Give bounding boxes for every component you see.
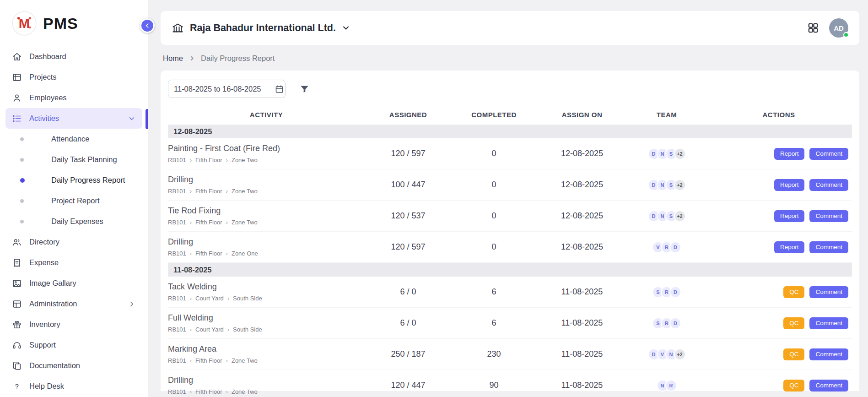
- sidebar-item-documentation[interactable]: Documentation: [5, 355, 142, 376]
- team-avatar[interactable]: D: [669, 317, 681, 329]
- team-avatar[interactable]: R: [665, 380, 677, 392]
- active-item-indicator: [146, 109, 148, 129]
- sidebar-item-label: Inventory: [29, 320, 60, 329]
- team-more-badge[interactable]: +2: [674, 210, 686, 222]
- sidebar-item-support[interactable]: Support: [5, 335, 142, 355]
- team-cell: DVN+2: [628, 348, 706, 360]
- gallery-icon: [12, 278, 22, 288]
- main-content: Raja Bahadur International Ltd. AD Home …: [148, 0, 868, 397]
- qc-button[interactable]: QC: [783, 317, 804, 329]
- sidebar-item-directory[interactable]: Directory: [5, 232, 142, 252]
- team-more-badge[interactable]: +2: [674, 179, 686, 191]
- comment-button[interactable]: Comment: [809, 286, 848, 298]
- column-header-completed: COMPLETED: [452, 111, 536, 119]
- path-separator-icon: ›: [226, 157, 228, 163]
- sidebar-item-label: Dashboard: [29, 52, 66, 61]
- qc-button[interactable]: QC: [783, 348, 804, 360]
- sidebar-item-dashboard[interactable]: Dashboard: [5, 46, 142, 67]
- sidebar-item-administration[interactable]: Administration: [5, 294, 142, 314]
- team-avatar[interactable]: D: [669, 286, 681, 298]
- sidebar-subitem-project-report[interactable]: Project Report: [0, 190, 148, 211]
- sidebar-item-expense[interactable]: Expense: [5, 252, 142, 273]
- path-separator-icon: ›: [226, 219, 228, 226]
- date-range-input[interactable]: [174, 85, 275, 93]
- subitem-label: Daily Progress Report: [51, 176, 125, 185]
- sidebar-collapse-button[interactable]: [140, 18, 155, 33]
- path-segment: Fifth Floor: [195, 157, 222, 163]
- table-row: Marking AreaRB101›Fifth Floor›Zone Two25…: [168, 339, 852, 370]
- activity-title: Tack Welding: [168, 282, 360, 292]
- activity-cell: Tack WeldingRB101›Court Yard›South Side: [168, 282, 365, 302]
- report-button[interactable]: Report: [774, 148, 805, 160]
- sidebar-item-label: Projects: [29, 73, 57, 82]
- path-segment: Zone Two: [232, 357, 258, 364]
- activity-path: RB101›Fifth Floor›Zone One: [168, 250, 360, 257]
- content-card: ACTIVITY ASSIGNED COMPLETED ASSIGN ON TE…: [161, 71, 859, 391]
- sidebar-subitem-daily-expenses[interactable]: Daily Expenses: [0, 211, 148, 232]
- breadcrumb-home[interactable]: Home: [163, 54, 183, 63]
- actions-cell: ReportComment: [706, 148, 852, 160]
- sidebar-subitem-attendance[interactable]: Attendance: [0, 129, 148, 149]
- actions-cell: QCComment: [706, 348, 852, 360]
- svg-text:M: M: [19, 16, 30, 31]
- qc-button[interactable]: QC: [783, 380, 804, 392]
- sidebar-item-image-gallary[interactable]: Image Gallary: [5, 273, 142, 294]
- assigned-value: 250 / 187: [365, 349, 452, 359]
- assign-on-value: 11-08-2025: [536, 381, 628, 390]
- activity-title: Painting - First Coat (Fire Red): [168, 144, 360, 153]
- activity-cell: DrillingRB101›Fifth Floor›Zone Two: [168, 375, 365, 395]
- activities-icon: [12, 114, 22, 124]
- table-row: DrillingRB101›Fifth Floor›Zone Two120 / …: [168, 370, 852, 397]
- company-dropdown-icon[interactable]: [341, 23, 350, 33]
- comment-button[interactable]: Comment: [809, 179, 848, 191]
- report-button[interactable]: Report: [774, 179, 805, 191]
- comment-button[interactable]: Comment: [809, 348, 848, 360]
- path-segment: RB101: [168, 188, 186, 195]
- comment-button[interactable]: Comment: [809, 317, 848, 329]
- apps-grid-icon[interactable]: [807, 22, 819, 34]
- sidebar-item-label: Support: [29, 341, 56, 349]
- sidebar-item-activities[interactable]: Activities: [5, 108, 142, 129]
- sidebar-item-employees[interactable]: Employees: [5, 87, 142, 108]
- sidebar-item-projects[interactable]: Projects: [5, 67, 142, 87]
- table-row: Tie Rod FixingRB101›Fifth Floor›Zone Two…: [168, 201, 852, 232]
- completed-value: 0: [452, 242, 536, 252]
- sidebar-item-label: Employees: [29, 93, 67, 102]
- sidebar-subitem-daily-task-planning[interactable]: Daily Task Planning: [0, 149, 148, 170]
- path-segment: RB101: [168, 250, 186, 257]
- expense-icon: [12, 258, 22, 268]
- activity-title: Full Welding: [168, 313, 360, 323]
- path-segment: RB101: [168, 219, 186, 226]
- sidebar-item-help-desk[interactable]: Help Desk: [5, 376, 142, 397]
- inventory-icon: [12, 320, 22, 330]
- filter-icon[interactable]: [299, 84, 310, 94]
- comment-button[interactable]: Comment: [809, 380, 848, 392]
- table-body: 12-08-2025Painting - First Coat (Fire Re…: [168, 125, 852, 397]
- column-header-assigned: ASSIGNED: [365, 111, 452, 119]
- activity-path: RB101›Court Yard›South Side: [168, 295, 360, 302]
- team-more-badge[interactable]: +2: [674, 348, 686, 360]
- subitem-label: Daily Task Planning: [51, 155, 117, 164]
- team-avatar[interactable]: D: [669, 241, 681, 253]
- comment-button[interactable]: Comment: [809, 210, 848, 222]
- qc-button[interactable]: QC: [783, 286, 804, 298]
- sidebar-subitem-daily-progress-report[interactable]: Daily Progress Report: [0, 170, 148, 190]
- date-range-picker[interactable]: [168, 80, 286, 98]
- table-row: Painting - First Coat (Fire Red)RB101›Fi…: [168, 138, 852, 169]
- company-name: Raja Bahadur International Ltd.: [190, 22, 336, 34]
- path-separator-icon: ›: [190, 188, 192, 195]
- building-icon: [172, 22, 184, 34]
- sidebar-item-inventory[interactable]: Inventory: [5, 314, 142, 335]
- report-button[interactable]: Report: [774, 241, 805, 253]
- comment-button[interactable]: Comment: [809, 148, 848, 160]
- breadcrumb-current: Daily Progress Report: [201, 54, 275, 63]
- team-more-badge[interactable]: +2: [674, 148, 686, 160]
- path-separator-icon: ›: [226, 188, 228, 195]
- path-segment: Zone Two: [232, 219, 258, 226]
- comment-button[interactable]: Comment: [809, 241, 848, 253]
- table-row: Tack WeldingRB101›Court Yard›South Side6…: [168, 277, 852, 308]
- report-button[interactable]: Report: [774, 210, 805, 222]
- user-avatar[interactable]: AD: [829, 18, 848, 38]
- path-segment: Court Yard: [195, 326, 224, 333]
- path-separator-icon: ›: [190, 250, 192, 257]
